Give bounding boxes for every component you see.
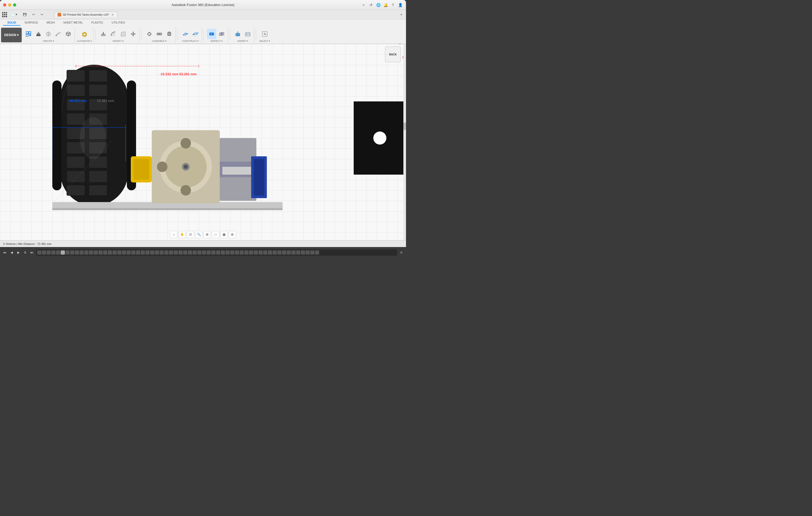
timeline-item[interactable]: [226, 250, 230, 254]
automate-tool[interactable]: [80, 29, 89, 39]
timeline-item[interactable]: [141, 250, 145, 254]
timeline-settings-btn[interactable]: ⚙: [399, 250, 404, 255]
account-icon[interactable]: 👤: [398, 2, 403, 7]
timeline-item[interactable]: [230, 250, 234, 254]
timeline-item[interactable]: [310, 250, 314, 254]
timeline-item[interactable]: [94, 250, 98, 254]
timeline-item[interactable]: [258, 250, 263, 254]
timeline-item[interactable]: [240, 250, 244, 254]
timeline-item[interactable]: [126, 250, 131, 254]
inspect-label[interactable]: INSPECT ▾: [210, 40, 223, 43]
scrollbar-thumb[interactable]: [403, 122, 406, 130]
zoom-btn[interactable]: 🔍: [195, 231, 202, 238]
move-components-tool[interactable]: [165, 29, 174, 39]
timeline-item[interactable]: [211, 250, 215, 254]
timeline-item[interactable]: [188, 250, 192, 254]
timeline-item[interactable]: [160, 250, 164, 254]
timeline-item[interactable]: [136, 250, 140, 254]
close-button[interactable]: [3, 3, 6, 6]
pan-btn[interactable]: ✋: [178, 231, 186, 238]
globe-icon[interactable]: 🌐: [376, 2, 381, 7]
add-tab-icon[interactable]: ＋: [399, 12, 404, 17]
interference-tool[interactable]: [217, 29, 226, 39]
measure-tool[interactable]: [207, 29, 216, 39]
construct-label[interactable]: CONSTRUCT ▾: [182, 40, 199, 43]
tab-sheet-metal[interactable]: SHEET METAL: [59, 20, 87, 26]
viewport-scrollbar-vertical[interactable]: [403, 44, 406, 240]
minimize-button[interactable]: [8, 3, 11, 6]
timeline-item[interactable]: [277, 250, 282, 254]
doc-tab-close[interactable]: ✕: [111, 13, 114, 17]
extrude-tool[interactable]: [34, 29, 43, 39]
refresh-icon[interactable]: ↺: [368, 2, 374, 7]
timeline-prev-btn[interactable]: ◀: [9, 250, 14, 255]
timeline-stop-btn[interactable]: ⏸: [23, 250, 28, 255]
visual-style-btn[interactable]: ▦: [220, 231, 228, 238]
timeline-item[interactable]: [65, 250, 69, 254]
tab-plastic[interactable]: PLASTIC: [87, 20, 108, 26]
timeline-item[interactable]: [103, 250, 107, 254]
timeline-item[interactable]: [244, 250, 249, 254]
press-pull-tool[interactable]: [98, 29, 108, 39]
timeline-item[interactable]: [268, 250, 272, 254]
timeline-next-btn[interactable]: ⏭: [29, 250, 34, 255]
display-mode-btn[interactable]: □: [212, 231, 219, 238]
design-button[interactable]: DESIGN ▾: [1, 28, 22, 42]
joint-tool[interactable]: [145, 29, 154, 39]
offset-plane-tool[interactable]: [181, 29, 190, 39]
undo-button[interactable]: ↩: [31, 12, 37, 17]
timeline-item[interactable]: [301, 250, 305, 254]
timeline-item[interactable]: [131, 250, 136, 254]
timeline-item[interactable]: [296, 250, 300, 254]
timeline-item[interactable]: [42, 250, 46, 254]
timeline-item[interactable]: [70, 250, 74, 254]
tab-utilities[interactable]: UTILITIES: [108, 20, 129, 26]
timeline-item[interactable]: [282, 250, 286, 254]
timeline-item[interactable]: [80, 250, 84, 254]
timeline-item[interactable]: [155, 250, 159, 254]
timeline-item[interactable]: [254, 250, 258, 254]
timeline-item[interactable]: [235, 250, 239, 254]
timeline-item[interactable]: [164, 250, 169, 254]
chamfer-tool[interactable]: [118, 29, 128, 39]
timeline-item[interactable]: [202, 250, 206, 254]
insert-label[interactable]: INSERT ▾: [237, 40, 248, 43]
rigid-group-tool[interactable]: [154, 29, 164, 39]
sweep-tool[interactable]: [54, 29, 63, 39]
create-label[interactable]: CREATE ▾: [43, 40, 54, 43]
timeline-item[interactable]: [98, 250, 103, 254]
new-component-tool[interactable]: [24, 29, 33, 39]
timeline-item[interactable]: [207, 250, 211, 254]
timeline-item[interactable]: [108, 250, 112, 254]
viewport-settings-btn[interactable]: ⊞: [229, 231, 236, 238]
nav-cube-box[interactable]: BACK X: [385, 47, 401, 62]
maximize-button[interactable]: [13, 3, 16, 6]
tab-mesh[interactable]: MESH: [42, 20, 59, 26]
timeline-item[interactable]: [169, 250, 173, 254]
timeline-item[interactable]: [84, 250, 88, 254]
timeline-item[interactable]: [291, 250, 296, 254]
timeline-item[interactable]: [197, 250, 201, 254]
timeline-item[interactable]: [145, 250, 150, 254]
app-grid-icon[interactable]: [2, 12, 7, 17]
move-copy-tool[interactable]: [128, 29, 138, 39]
timeline-play-btn[interactable]: ▶: [16, 250, 21, 255]
timeline-item[interactable]: [287, 250, 291, 254]
select-label[interactable]: SELECT ▾: [259, 40, 270, 43]
timeline-item[interactable]: [216, 250, 220, 254]
save-button[interactable]: 💾: [21, 12, 29, 17]
timeline-item[interactable]: [113, 250, 117, 254]
timeline-item[interactable]: [272, 250, 277, 254]
timeline-item[interactable]: [51, 250, 55, 254]
help-icon[interactable]: ?: [390, 2, 396, 7]
redo-button[interactable]: ↪: [39, 12, 45, 17]
tab-solid[interactable]: SOLID: [3, 20, 21, 26]
timeline-item[interactable]: [193, 250, 197, 254]
timeline-track[interactable]: [36, 249, 397, 256]
timeline-item[interactable]: [221, 250, 225, 254]
automate-label[interactable]: AUTOMATE ▾: [77, 40, 92, 43]
zoom-window-btn[interactable]: ⊞: [204, 231, 211, 238]
timeline-item[interactable]: [37, 250, 41, 254]
timeline-item[interactable]: [249, 250, 253, 254]
timeline-item[interactable]: [89, 250, 93, 254]
